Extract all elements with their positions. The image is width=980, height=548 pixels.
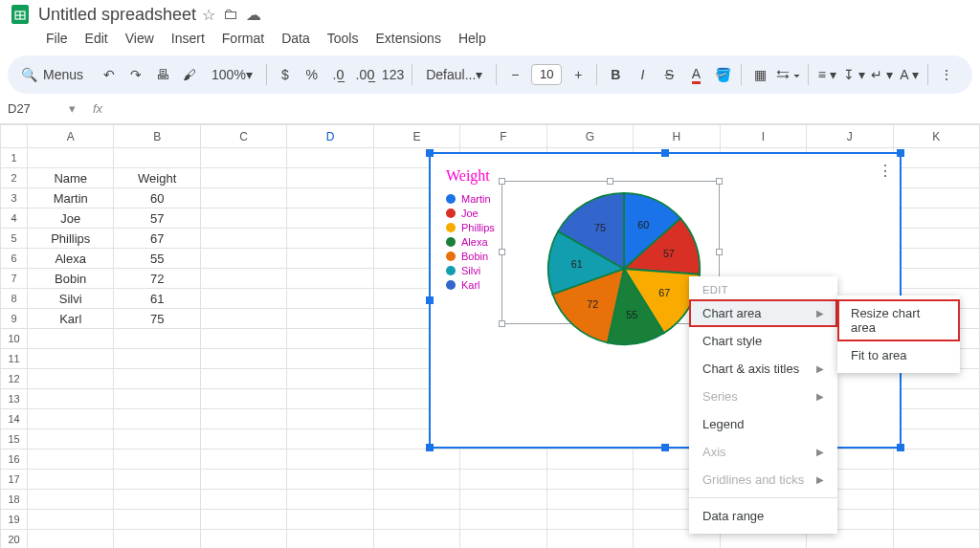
cell[interactable] bbox=[893, 208, 979, 229]
halign-icon[interactable]: ≡ ▾ bbox=[816, 62, 837, 87]
cell[interactable] bbox=[200, 510, 286, 530]
cell[interactable] bbox=[893, 530, 979, 549]
cell[interactable] bbox=[200, 148, 286, 168]
cell[interactable] bbox=[460, 530, 546, 549]
cell[interactable] bbox=[893, 148, 979, 168]
cell[interactable] bbox=[200, 449, 286, 470]
sheets-logo[interactable] bbox=[8, 2, 33, 27]
cell[interactable] bbox=[114, 429, 200, 449]
cell[interactable]: Alexa bbox=[28, 249, 114, 269]
cell[interactable] bbox=[114, 490, 200, 510]
inner-handle[interactable] bbox=[716, 249, 723, 255]
cell[interactable] bbox=[287, 168, 373, 188]
cell[interactable] bbox=[373, 449, 459, 470]
row-header[interactable]: 6 bbox=[1, 249, 28, 269]
col-header[interactable]: K bbox=[893, 125, 979, 148]
cell[interactable] bbox=[893, 168, 979, 188]
cell[interactable] bbox=[287, 429, 373, 449]
legend-item[interactable]: Silvi bbox=[446, 265, 495, 276]
increase-font-icon[interactable]: + bbox=[568, 62, 589, 87]
chart-title[interactable]: Weight bbox=[446, 167, 490, 185]
row-header[interactable]: 2 bbox=[1, 168, 28, 188]
cell[interactable] bbox=[893, 429, 979, 449]
strike-icon[interactable]: S bbox=[658, 62, 679, 87]
resize-handle[interactable] bbox=[426, 296, 434, 304]
cloud-icon[interactable]: ☁ bbox=[246, 6, 261, 24]
cell[interactable] bbox=[893, 449, 979, 470]
cell[interactable]: Name bbox=[28, 168, 114, 188]
decrease-font-icon[interactable]: − bbox=[504, 62, 525, 87]
cell[interactable] bbox=[200, 409, 286, 429]
zoom-dropdown[interactable]: 100% ▾ bbox=[206, 62, 258, 87]
cell[interactable] bbox=[893, 470, 979, 490]
cell[interactable] bbox=[287, 470, 373, 490]
cell[interactable] bbox=[200, 269, 286, 289]
legend-item[interactable]: Joe bbox=[446, 208, 495, 219]
cell[interactable] bbox=[28, 349, 114, 369]
cell[interactable]: Bobin bbox=[28, 269, 114, 289]
resize-handle[interactable] bbox=[897, 149, 904, 157]
cell[interactable] bbox=[287, 349, 373, 369]
cell[interactable] bbox=[373, 490, 459, 510]
print-icon[interactable]: 🖶 bbox=[152, 62, 173, 87]
move-icon[interactable]: 🗀 bbox=[223, 6, 238, 24]
toolbar-overflow-icon[interactable]: ⋮ bbox=[936, 62, 957, 87]
cell[interactable] bbox=[200, 429, 286, 449]
cell[interactable] bbox=[546, 490, 633, 510]
font-family-dropdown[interactable]: Defaul... ▾ bbox=[420, 62, 488, 87]
font-size-input[interactable]: 10 bbox=[531, 64, 562, 85]
submenu-item[interactable]: Fit to area bbox=[837, 341, 960, 369]
col-header[interactable]: C bbox=[200, 125, 286, 148]
cell[interactable]: Silvi bbox=[28, 289, 114, 309]
cell[interactable] bbox=[200, 490, 286, 510]
undo-icon[interactable]: ↶ bbox=[99, 62, 120, 87]
context-menu-item[interactable]: Chart & axis titles▶ bbox=[689, 355, 837, 383]
context-menu-item[interactable]: Chart area▶ bbox=[689, 299, 837, 327]
cell[interactable] bbox=[28, 329, 114, 349]
cell[interactable] bbox=[546, 470, 633, 490]
row-header[interactable]: 9 bbox=[1, 309, 28, 329]
menu-view[interactable]: View bbox=[123, 29, 156, 48]
cell[interactable] bbox=[287, 148, 373, 168]
cell[interactable] bbox=[287, 369, 373, 389]
cell[interactable] bbox=[28, 148, 114, 168]
cell[interactable] bbox=[287, 530, 373, 549]
cell[interactable] bbox=[893, 389, 979, 409]
cell[interactable] bbox=[114, 470, 200, 490]
cell[interactable] bbox=[114, 409, 200, 429]
fill-color-icon[interactable]: 🪣 bbox=[712, 62, 733, 87]
cell[interactable] bbox=[200, 289, 286, 309]
cell[interactable] bbox=[28, 490, 114, 510]
cell[interactable] bbox=[287, 389, 373, 409]
cell[interactable] bbox=[287, 289, 373, 309]
col-header[interactable] bbox=[1, 125, 28, 148]
inner-handle[interactable] bbox=[499, 320, 505, 327]
paint-format-icon[interactable]: 🖌 bbox=[179, 62, 200, 87]
menu-insert[interactable]: Insert bbox=[169, 29, 207, 48]
cell[interactable] bbox=[373, 470, 459, 490]
row-header[interactable]: 15 bbox=[1, 429, 28, 449]
col-header[interactable]: J bbox=[807, 125, 893, 148]
col-header[interactable]: A bbox=[28, 125, 114, 148]
row-header[interactable]: 10 bbox=[1, 329, 28, 349]
cell[interactable] bbox=[546, 510, 633, 530]
cell[interactable] bbox=[893, 269, 979, 289]
cell[interactable] bbox=[287, 269, 373, 289]
cell[interactable]: 72 bbox=[114, 269, 200, 289]
cell[interactable] bbox=[373, 530, 459, 549]
cell[interactable]: Phillips bbox=[28, 229, 114, 249]
inner-handle[interactable] bbox=[716, 178, 723, 185]
col-header[interactable]: E bbox=[373, 125, 459, 148]
row-header[interactable]: 8 bbox=[1, 289, 28, 309]
cell[interactable]: 75 bbox=[114, 309, 200, 329]
cell[interactable] bbox=[460, 510, 546, 530]
row-header[interactable]: 5 bbox=[1, 229, 28, 249]
cell[interactable]: Joe bbox=[28, 208, 114, 229]
cell[interactable]: Weight bbox=[114, 168, 200, 188]
percent-icon[interactable]: % bbox=[301, 62, 323, 87]
menus-search[interactable]: 🔍 Menus bbox=[15, 65, 93, 84]
row-header[interactable]: 4 bbox=[1, 208, 28, 229]
col-header[interactable]: H bbox=[634, 125, 720, 148]
borders-icon[interactable]: ▦ bbox=[749, 62, 770, 87]
chart-legend[interactable]: MartinJoePhillipsAlexaBobinSilviKarl bbox=[446, 190, 495, 294]
